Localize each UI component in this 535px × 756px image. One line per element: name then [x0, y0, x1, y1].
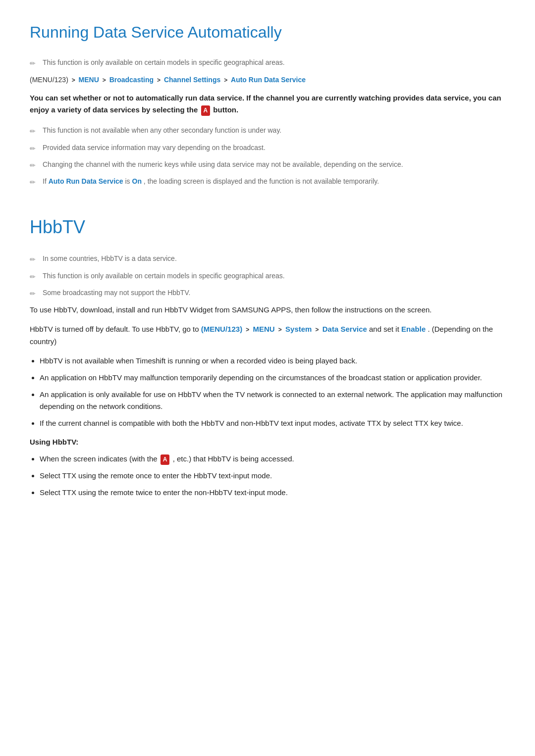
pencil-icon-8: ✏ — [30, 288, 39, 299]
hbbtv-menu2[interactable]: MENU — [253, 325, 275, 333]
hbbtv-note-text-2: This function is only available on certa… — [43, 270, 285, 281]
hbbtv-enable: Enable — [401, 325, 426, 333]
note-text-2: This function is not available when any … — [43, 125, 281, 136]
note-item-1: ✏ This function is only available on cer… — [30, 57, 505, 69]
pencil-icon-3: ✏ — [30, 143, 39, 154]
using-bullet-1-pre: When the screen indicates (with the — [40, 454, 158, 463]
breadcrumb-broadcasting[interactable]: Broadcasting — [109, 76, 154, 84]
using-bullet-1-end: , etc.) that HbbTV is being accessed. — [173, 454, 294, 463]
breadcrumb-part1: (MENU/123) — [30, 76, 68, 84]
using-bullet-3: Select TTX using the remote twice to ent… — [40, 487, 505, 499]
note5-end: , the loading screen is displayed and th… — [144, 177, 379, 185]
note5-pre: If — [43, 177, 47, 185]
hbbtv-bullet-2: An application on HbbTV may malfunction … — [40, 372, 505, 384]
hbbtv-menu1[interactable]: (MENU/123) — [201, 325, 242, 333]
main-desc-end: button. — [213, 105, 238, 114]
hbbtv-note-3: ✏ Some broadcasting may not support the … — [30, 287, 505, 299]
hbbtv-note-text-3: Some broadcasting may not support the Hb… — [43, 287, 190, 298]
section-running-data-service: Running Data Service Automatically ✏ Thi… — [30, 20, 505, 188]
pencil-icon-2: ✏ — [30, 126, 39, 137]
note-item-4: ✏ Changing the channel with the numeric … — [30, 159, 505, 171]
breadcrumb-sep3: > — [157, 77, 160, 84]
main-desc-text: You can set whether or not to automatica… — [30, 94, 501, 114]
note5-mid: is — [125, 177, 130, 185]
hbbtv-bullet-3: An application is only available for use… — [40, 389, 505, 412]
note-item-5: ✏ If Auto Run Data Service is On , the l… — [30, 176, 505, 188]
hbbtv-desc2: HbbTV is turned off by default. To use H… — [30, 323, 505, 348]
breadcrumb-auto-run[interactable]: Auto Run Data Service — [231, 76, 306, 84]
note-text-5: If Auto Run Data Service is On , the loa… — [43, 176, 379, 187]
section-hbbtv: HbbTV ✏ In some countries, HbbTV is a da… — [30, 213, 505, 499]
pencil-icon-5: ✏ — [30, 177, 39, 188]
using-hbbtv-list: When the screen indicates (with the A , … — [40, 453, 505, 499]
note-text-3: Provided data service information may va… — [43, 142, 266, 153]
hbbtv-bullet-4: If the current channel is compatible wit… — [40, 417, 505, 429]
breadcrumb-channel-settings[interactable]: Channel Settings — [164, 76, 220, 84]
hbbtv-bullet-list: HbbTV is not available when Timeshift is… — [40, 355, 505, 429]
hbbtv-sep3: > — [316, 326, 319, 333]
note5-on: On — [132, 177, 142, 185]
breadcrumb-sep2: > — [103, 77, 106, 84]
pencil-icon-1: ✏ — [30, 58, 39, 69]
using-bullet-2: Select TTX using the remote once to ente… — [40, 470, 505, 482]
note-item-2: ✏ This function is not available when an… — [30, 125, 505, 137]
hbbtv-sep1: > — [246, 326, 249, 333]
hbbtv-note-2: ✏ This function is only available on cer… — [30, 270, 505, 282]
pencil-icon-6: ✏ — [30, 254, 39, 265]
hbbtv-menu4[interactable]: Data Service — [322, 325, 367, 333]
note-text-1: This function is only available on certa… — [43, 57, 285, 68]
using-bullet-1: When the screen indicates (with the A , … — [40, 453, 505, 465]
hbbtv-desc2-pre: HbbTV is turned off by default. To use H… — [30, 325, 199, 333]
hbbtv-menu3[interactable]: System — [285, 325, 312, 333]
breadcrumb-menu[interactable]: MENU — [79, 76, 99, 84]
section2-title: HbbTV — [30, 213, 505, 242]
hbbtv-sep2: > — [278, 326, 282, 333]
hbbtv-note-1: ✏ In some countries, HbbTV is a data ser… — [30, 253, 505, 265]
button-a-badge: A — [201, 105, 211, 116]
breadcrumb-sep1: > — [72, 77, 75, 84]
hbbtv-note-text-1: In some countries, HbbTV is a data servi… — [43, 253, 177, 264]
hbbtv-bullet-1: HbbTV is not available when Timeshift is… — [40, 355, 505, 367]
note5-link[interactable]: Auto Run Data Service — [49, 177, 123, 185]
note-text-4: Changing the channel with the numeric ke… — [43, 159, 403, 170]
breadcrumb-sep4: > — [224, 77, 227, 84]
pencil-icon-7: ✏ — [30, 271, 39, 282]
section1-title: Running Data Service Automatically — [30, 20, 505, 45]
using-hbbtv-label: Using HbbTV: — [30, 436, 505, 448]
hbbtv-desc2-mid: and set it — [369, 325, 399, 333]
note-item-3: ✏ Provided data service information may … — [30, 142, 505, 154]
breadcrumb: (MENU/123) > MENU > Broadcasting > Chann… — [30, 74, 505, 85]
hbbtv-desc1: To use HbbTV, download, install and run … — [30, 304, 505, 316]
using-bullet-1-badge: A — [160, 454, 170, 465]
pencil-icon-4: ✏ — [30, 160, 39, 171]
main-description: You can set whether or not to automatica… — [30, 92, 505, 116]
